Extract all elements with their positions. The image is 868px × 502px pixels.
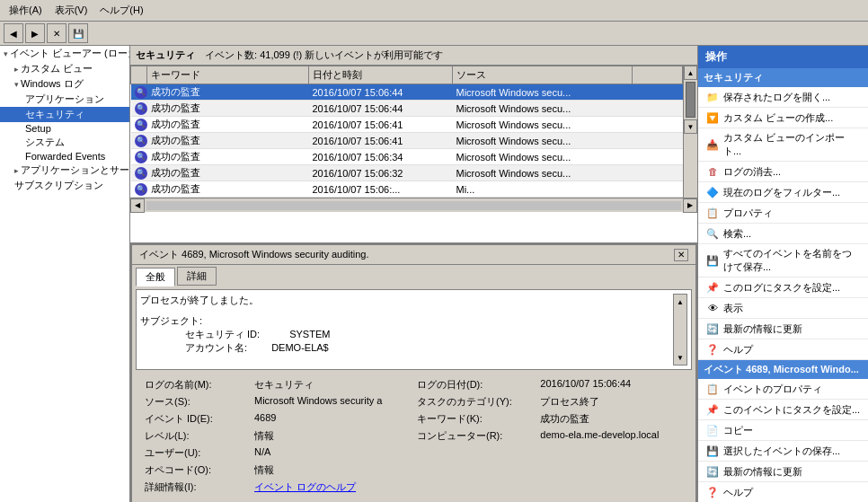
row-datetime: 2016/10/07 15:06:41 bbox=[309, 133, 453, 149]
row-datetime: 2016/10/07 15:06:34 bbox=[309, 149, 453, 165]
sidebar-item-eventvwr[interactable]: ▾ イベント ビューアー (ローカル) bbox=[0, 46, 129, 61]
row-icon-cell: 🔍 bbox=[131, 117, 147, 133]
process-end-text: プロセスが終了しました。 bbox=[140, 294, 673, 307]
action-create-custom-view-label: カスタム ビューの作成... bbox=[723, 111, 833, 125]
col-datetime[interactable]: 日付と時刻 bbox=[309, 66, 453, 84]
table-row[interactable]: 🔍 成功の監査 2016/10/07 15:06:44 Microsoft Wi… bbox=[131, 101, 683, 117]
prop-row-detail: 詳細情報(I): イベント ログのヘルプ bbox=[141, 480, 686, 495]
description-area: プロセスが終了しました。 サブジェクト: セキュリティ ID: SYSTEM ア… bbox=[136, 289, 692, 370]
col-extra[interactable] bbox=[633, 66, 683, 84]
desc-scroll-down[interactable]: ▼ bbox=[674, 350, 686, 365]
subject-label: サブジェクト: bbox=[140, 314, 673, 328]
action-event-task[interactable]: 📌 このイベントにタスクを設定... bbox=[698, 400, 868, 420]
col-icon[interactable] bbox=[131, 66, 147, 84]
menu-item-view[interactable]: 表示(V) bbox=[49, 2, 93, 19]
event-id-label: イベント ID(E): bbox=[141, 411, 249, 427]
table-row[interactable]: 🔍 成功の監査 2016/10/07 15:06:32 Microsoft Wi… bbox=[131, 165, 683, 181]
action-open-saved-log[interactable]: 📁 保存されたログを開く... bbox=[698, 87, 868, 108]
sidebar-item-subscription[interactable]: サブスクリプション bbox=[0, 178, 129, 193]
col-source[interactable]: ソース bbox=[453, 66, 633, 84]
refresh2-icon: 🔄 bbox=[705, 464, 720, 479]
sidebar-item-application[interactable]: アプリケーション bbox=[0, 92, 129, 107]
sidebar-item-appsvc[interactable]: ▸ アプリケーションとサービス ログ bbox=[0, 163, 129, 178]
tab-general[interactable]: 全般 bbox=[136, 268, 175, 286]
action-save-selected-label: 選択したイベントの保存... bbox=[723, 445, 840, 458]
action-filter-log[interactable]: 🔷 現在のログをフィルター... bbox=[698, 182, 868, 203]
toolbar-back-btn[interactable]: ◀ bbox=[4, 23, 23, 43]
row-datetime: 2016/10/07 15:06:44 bbox=[309, 101, 453, 117]
sidebar-item-system[interactable]: システム bbox=[0, 135, 129, 150]
desc-scrollbar[interactable]: ▲ ▼ bbox=[673, 294, 687, 365]
audit-icon: 🔍 bbox=[135, 183, 147, 196]
row-source: Mi... bbox=[453, 181, 633, 198]
keyword-label: キーワード(K): bbox=[413, 411, 535, 427]
action-clear-log[interactable]: 🗑 ログの消去... bbox=[698, 162, 868, 182]
event-list-scrollbar[interactable]: ▲ ▼ bbox=[683, 66, 697, 198]
action-import-custom-view[interactable]: 📥 カスタム ビューのインポート... bbox=[698, 128, 868, 162]
desc-scroll-up[interactable]: ▲ bbox=[674, 295, 686, 309]
scroll-down-btn[interactable]: ▼ bbox=[684, 119, 697, 134]
action-refresh2[interactable]: 🔄 最新の情報に更新 bbox=[698, 462, 868, 482]
toolbar-forward-btn[interactable]: ▶ bbox=[25, 23, 45, 43]
action-refresh[interactable]: 🔄 最新の情報に更新 bbox=[698, 319, 868, 339]
account-row: アカウント名: DEMO-ELA$ bbox=[140, 341, 673, 355]
action-search[interactable]: 🔍 検索... bbox=[698, 224, 868, 244]
action-create-custom-view[interactable]: 🔽 カスタム ビューの作成... bbox=[698, 108, 868, 128]
sidebar-item-forwarded[interactable]: Forwarded Events bbox=[0, 150, 129, 163]
table-row[interactable]: 🔍 成功の監査 2016/10/07 15:06:... Mi... bbox=[131, 181, 683, 198]
help2-icon: ❓ bbox=[705, 485, 720, 499]
detail-info-link[interactable]: イベント ログのヘルプ bbox=[251, 480, 412, 495]
scroll-right-btn[interactable]: ▶ bbox=[683, 198, 697, 213]
detail-panel: イベント 4689, Microsoft Windows security au… bbox=[130, 243, 697, 502]
action-event-props[interactable]: 📋 イベントのプロパティ bbox=[698, 379, 868, 400]
table-row[interactable]: 🔍 成功の監査 2016/10/07 15:06:34 Microsoft Wi… bbox=[131, 149, 683, 165]
action-save-all[interactable]: 💾 すべてのイベントを名前をつけて保存... bbox=[698, 244, 868, 277]
prop-row-eventid: イベント ID(E): 4689 キーワード(K): 成功の監査 bbox=[141, 411, 686, 427]
action-open-saved-log-label: 保存されたログを開く... bbox=[723, 91, 830, 104]
row-extra bbox=[633, 181, 683, 198]
toolbar-close-btn[interactable]: ✕ bbox=[47, 23, 66, 43]
row-icon-cell: 🔍 bbox=[131, 149, 147, 165]
description-text: プロセスが終了しました。 サブジェクト: セキュリティ ID: SYSTEM ア… bbox=[140, 294, 673, 365]
toolbar-save-btn[interactable]: 💾 bbox=[68, 23, 88, 43]
import-icon: 📥 bbox=[705, 137, 720, 152]
detail-link-text[interactable]: イベント ログのヘルプ bbox=[254, 481, 356, 492]
detail-tabs: 全般 詳細 bbox=[132, 265, 695, 286]
table-row[interactable]: 🔍 成功の監査 2016/10/07 15:06:44 Microsoft Wi… bbox=[131, 84, 683, 101]
log-date-label: ログの日付(D): bbox=[413, 377, 535, 392]
sidebar-item-label-security: セキュリティ bbox=[25, 108, 84, 121]
col-keyword[interactable]: キーワード bbox=[147, 66, 309, 84]
sidebar-item-customview[interactable]: ▸ カスタム ビュー bbox=[0, 61, 129, 76]
action-help2[interactable]: ❓ ヘルプ bbox=[698, 482, 868, 502]
expand-icon: ▾ bbox=[4, 49, 8, 58]
event-task-icon: 📌 bbox=[705, 402, 720, 417]
sidebar-item-winlog[interactable]: ▾ Windows ログ bbox=[0, 76, 129, 92]
row-extra bbox=[633, 84, 683, 101]
table-row[interactable]: 🔍 成功の監査 2016/10/07 15:06:41 Microsoft Wi… bbox=[131, 117, 683, 133]
action-save-selected[interactable]: 💾 選択したイベントの保存... bbox=[698, 441, 868, 462]
menu-item-action[interactable]: 操作(A) bbox=[4, 2, 48, 19]
event-table: キーワード 日付と時刻 ソース 🔍 成功の監査 2016/10/07 15:06… bbox=[130, 66, 683, 198]
audit-icon: 🔍 bbox=[135, 167, 147, 180]
detail-close-btn[interactable]: ✕ bbox=[674, 249, 688, 261]
detail-info-label: 詳細情報(I): bbox=[141, 480, 249, 495]
sidebar-item-setup[interactable]: Setup bbox=[0, 122, 129, 135]
action-properties[interactable]: 📋 プロパティ bbox=[698, 203, 868, 224]
action-view[interactable]: 👁 表示 bbox=[698, 298, 868, 319]
table-row[interactable]: 🔍 成功の監査 2016/10/07 15:06:41 Microsoft Wi… bbox=[131, 133, 683, 149]
opcode-label: オペコード(O): bbox=[141, 462, 249, 478]
scroll-up-btn[interactable]: ▲ bbox=[684, 66, 697, 80]
sidebar-item-security[interactable]: セキュリティ bbox=[0, 107, 129, 122]
scroll-left-btn[interactable]: ◀ bbox=[130, 198, 145, 213]
menu-item-help[interactable]: ヘルプ(H) bbox=[94, 2, 148, 19]
event-list-hscrollbar[interactable]: ◀ ▶ bbox=[130, 198, 697, 212]
log-date-value: 2016/10/07 15:06:44 bbox=[536, 377, 686, 392]
tab-detail[interactable]: 詳細 bbox=[177, 267, 217, 286]
action-help[interactable]: ❓ ヘルプ bbox=[698, 339, 868, 360]
action-copy[interactable]: 📄 コピー bbox=[698, 420, 868, 441]
security-id-value: SYSTEM bbox=[289, 329, 330, 339]
detail-props: ログの名前(M): セキュリティ ログの日付(D): 2016/10/07 15… bbox=[132, 372, 695, 500]
action-set-task[interactable]: 📌 このログにタスクを設定... bbox=[698, 277, 868, 298]
help-icon: ❓ bbox=[705, 342, 720, 357]
hscroll-thumb[interactable] bbox=[146, 201, 681, 210]
